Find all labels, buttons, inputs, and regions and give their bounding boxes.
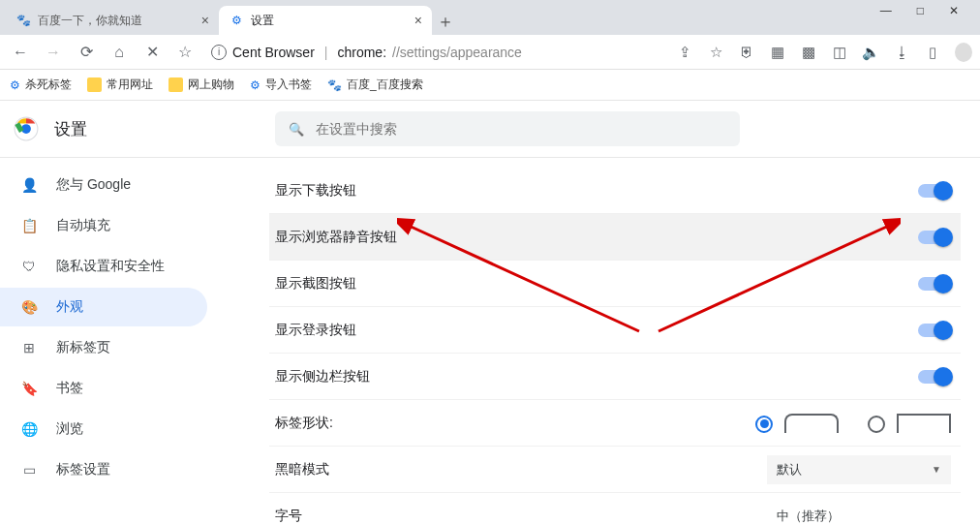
window-controls: — □ ✕	[880, 0, 980, 19]
toggle-switch[interactable]	[918, 184, 951, 198]
toolbar: ← → ⟳ ⌂ ✕ ☆ i Cent Browser | chrome://se…	[0, 35, 980, 70]
sidebar-item-autofill[interactable]: 📋自动填充	[0, 206, 207, 245]
sidebar-item-newtab[interactable]: ⊞新标签页	[0, 328, 207, 367]
settings-search[interactable]: 🔍	[275, 111, 740, 146]
radio-icon	[868, 416, 885, 433]
close-icon[interactable]: ×	[414, 13, 422, 28]
tab-baidu[interactable]: 🐾 百度一下，你就知道 ×	[6, 6, 219, 35]
folder-icon	[168, 77, 183, 92]
sidebar-item-browsing[interactable]: 🌐浏览	[0, 410, 207, 448]
sidebar-item-you-and-google[interactable]: 👤您与 Google	[0, 166, 207, 204]
tab-shape-square-icon	[897, 414, 951, 433]
window-close[interactable]: ✕	[949, 4, 959, 19]
setting-label: 黑暗模式	[275, 461, 767, 479]
plus-box-icon: ⊞	[19, 340, 39, 355]
window-maximize[interactable]: □	[917, 4, 924, 19]
home-button[interactable]: ⌂	[107, 40, 132, 65]
dropdown-value: 默认	[777, 461, 802, 479]
search-input[interactable]	[316, 121, 726, 137]
font-size-dropdown[interactable]: 中（推荐）	[767, 502, 951, 525]
toggle-switch[interactable]	[918, 324, 951, 337]
stop-button[interactable]: ✕	[139, 40, 165, 65]
tab-icon: ▭	[19, 462, 39, 478]
sidebar-item-appearance[interactable]: 🎨外观	[0, 288, 207, 326]
url-scheme: chrome:	[337, 45, 386, 60]
setting-row-mute-button: 显示浏览器静音按钮	[269, 214, 961, 261]
reload-button[interactable]: ⟳	[74, 40, 99, 65]
setting-label: 字号	[275, 508, 767, 525]
setting-row-download-button: 显示下载按钮	[269, 168, 961, 214]
search-icon: 🔍	[289, 122, 304, 137]
dropdown-value: 中（推荐）	[777, 508, 840, 525]
setting-row-login-button: 显示登录按钮	[269, 307, 961, 354]
dark-mode-dropdown[interactable]: 默认 ▼	[767, 455, 951, 484]
radio-checked-icon	[755, 416, 773, 433]
gear-icon: ⚙	[10, 78, 20, 92]
settings-sidebar: 👤您与 Google 📋自动填充 🛡隐私设置和安全性 🎨外观 ⊞新标签页 🔖书签…	[0, 158, 221, 525]
close-icon[interactable]: ×	[201, 13, 209, 28]
setting-row-dark-mode: 黑暗模式 默认 ▼	[269, 447, 961, 493]
toggle-switch[interactable]	[918, 277, 951, 291]
download-icon[interactable]: ⭳	[893, 44, 910, 60]
setting-row-sidebar-button: 显示侧边栏按钮	[269, 354, 961, 400]
avatar[interactable]	[955, 43, 972, 62]
site-label: Cent Browser	[232, 45, 315, 60]
globe-icon: 🌐	[19, 421, 39, 437]
bookmark-item[interactable]: 🐾百度_百度搜索	[327, 77, 423, 93]
back-button[interactable]: ←	[8, 40, 33, 65]
tab-shape-option-round[interactable]	[755, 414, 839, 433]
mute-icon[interactable]: 🔈	[862, 44, 879, 61]
window-minimize[interactable]: —	[880, 4, 892, 19]
setting-label: 显示登录按钮	[275, 322, 918, 339]
setting-row-screenshot-button: 显示截图按钮	[269, 261, 961, 307]
palette-icon: 🎨	[19, 299, 39, 315]
autofill-icon: 📋	[19, 218, 39, 233]
toggle-switch[interactable]	[918, 231, 951, 244]
bookmarks-bar: ⚙杀死标签 常用网址 网上购物 ⚙导入书签 🐾百度_百度搜索	[0, 70, 980, 101]
url-path: //settings/appearance	[392, 45, 522, 60]
tab-shape-control	[755, 414, 951, 433]
bookmark-item[interactable]: 网上购物	[168, 77, 234, 93]
paw-icon: 🐾	[15, 13, 31, 28]
share-icon[interactable]: ⇪	[676, 44, 693, 61]
site-info-icon[interactable]: i	[211, 45, 227, 60]
bookmark-icon: 🔖	[19, 381, 39, 396]
qr-icon[interactable]: ▩	[800, 44, 817, 61]
setting-label: 显示侧边栏按钮	[275, 368, 918, 386]
shield-icon: 🛡	[19, 259, 39, 274]
star-button[interactable]: ☆	[172, 40, 198, 65]
setting-label: 显示浏览器静音按钮	[275, 229, 918, 246]
gear-icon: ⚙	[250, 78, 260, 92]
toggle-switch[interactable]	[918, 370, 951, 384]
shield-icon[interactable]: ⛨	[738, 44, 755, 60]
address-bar[interactable]: i Cent Browser | chrome://settings/appea…	[205, 39, 668, 66]
setting-label: 显示截图按钮	[275, 275, 918, 293]
setting-row-font-size: 字号 中（推荐）	[269, 493, 961, 525]
settings-content: 显示下载按钮 显示浏览器静音按钮 显示截图按钮 显示登录按钮 显示侧边栏按钮 标…	[221, 158, 980, 525]
new-tab-button[interactable]: ＋	[432, 8, 459, 35]
paw-icon: 🐾	[327, 78, 342, 92]
settings-header: 设置 🔍	[0, 101, 980, 157]
bookmark-item[interactable]: 常用网址	[87, 77, 153, 93]
sidebar-item-bookmarks[interactable]: 🔖书签	[0, 369, 207, 408]
crop-icon[interactable]: ◫	[831, 44, 848, 61]
person-icon: 👤	[19, 177, 39, 193]
tab-settings[interactable]: ⚙ 设置 ×	[219, 6, 432, 35]
chrome-logo-icon	[14, 116, 39, 141]
setting-row-tab-shape: 标签形状:	[269, 400, 961, 447]
bookmark-item[interactable]: ⚙杀死标签	[10, 77, 72, 93]
tab-label: 设置	[251, 13, 408, 29]
setting-label: 标签形状:	[275, 415, 755, 432]
tab-label: 百度一下，你就知道	[38, 13, 195, 29]
folder-icon	[87, 77, 102, 92]
bookmark-item[interactable]: ⚙导入书签	[250, 77, 312, 93]
toolbar-actions: ⇪ ☆ ⛨ ▦ ▩ ◫ 🔈 ⭳ ▯	[676, 43, 972, 62]
bookmark-icon[interactable]: ☆	[707, 44, 724, 61]
sidebar-item-tab-settings[interactable]: ▭标签设置	[0, 450, 207, 489]
forward-button[interactable]: →	[41, 40, 66, 65]
sidebar-item-privacy[interactable]: 🛡隐私设置和安全性	[0, 247, 207, 286]
extension-icon[interactable]: ▦	[769, 44, 786, 61]
chevron-down-icon: ▼	[932, 464, 941, 475]
tab-shape-option-square[interactable]	[868, 414, 951, 433]
sidebar-icon[interactable]: ▯	[924, 44, 941, 61]
